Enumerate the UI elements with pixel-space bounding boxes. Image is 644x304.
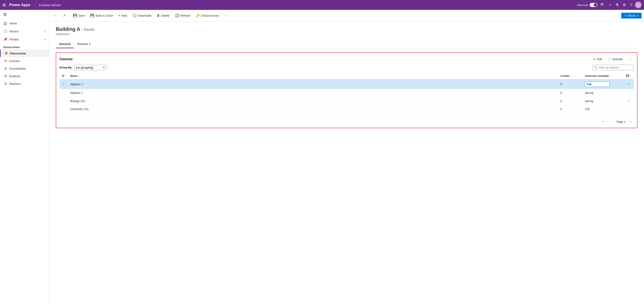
filter-input-wrap: 🔍 [593, 65, 634, 70]
save-close-button[interactable]: 💾 Save & Close [88, 12, 116, 19]
classrooms-icon: ⚙ [5, 51, 8, 55]
tab-related[interactable]: Related ∨ [74, 40, 94, 48]
help-icon[interactable]: ? [630, 3, 632, 7]
open-record-icon: ↗ [63, 14, 66, 18]
col-name[interactable]: Name ↑ ↓ [68, 73, 558, 79]
activate-courses-button[interactable]: 📄 Activate [606, 57, 624, 62]
name-sort-desc-icon[interactable]: ↓ [81, 75, 82, 77]
sidebar-item-courses[interactable]: ⚙ Courses [0, 57, 49, 65]
col-check[interactable]: ☑ [60, 73, 68, 79]
home-icon: 🏠 [3, 21, 8, 25]
back-icon: ← [54, 14, 58, 18]
table-row[interactable]: Biology 101 5 Spring → [60, 97, 634, 105]
new-label: New [122, 14, 127, 17]
check-access-icon: 🔑 [196, 14, 200, 18]
select-all-checkbox[interactable]: ☑ [62, 74, 64, 77]
refresh-icon: 🔄 [175, 14, 179, 18]
table-row[interactable]: Chemistry 101 5 Fall [60, 105, 634, 113]
col-credits[interactable]: Credits ↓ [558, 73, 582, 79]
courses-table-head: ☑ Name ↑ ↓ Credits ↓ [60, 73, 634, 79]
row-nav-biology101[interactable]: → [624, 97, 634, 105]
semester-sort-icon[interactable]: ↓ [610, 75, 612, 77]
sidebar-item-coursewares[interactable]: ⚙ Coursewares [0, 65, 49, 72]
courses-section-title: Courses [60, 57, 592, 61]
more-commands-button[interactable]: ⋯ [223, 13, 230, 19]
teachers-icon: ⚙ [4, 82, 7, 86]
app-name: Power Apps [9, 3, 30, 7]
deactivate-button[interactable]: 🚫 Deactivate [130, 12, 154, 19]
coursewares-label: Coursewares [9, 67, 26, 70]
row-nav-chemistry101 [624, 105, 634, 113]
algebra1-nav-arrow[interactable]: → [627, 82, 630, 86]
delete-button[interactable]: 🗑 Delete [154, 13, 172, 19]
avatar[interactable]: U [635, 2, 642, 8]
courses-section: Courses ✏ Edit 📄 Activate ⋯ [56, 52, 638, 128]
share-icon: ↗ [624, 14, 626, 17]
sidebar-hamburger[interactable]: ☰ [0, 10, 49, 19]
credits-sort-icon[interactable]: ↓ [571, 75, 572, 77]
delete-icon: 🗑 [157, 14, 160, 18]
coursewares-icon: ⚙ [4, 67, 7, 70]
algebra1-checkbox[interactable]: ✓ [62, 83, 65, 86]
settings-icon[interactable]: ⚙ [623, 3, 626, 7]
back-button[interactable]: ← [52, 13, 60, 19]
waffle-icon[interactable]: ⊞ [2, 3, 6, 8]
sidebar-item-students[interactable]: ⚙ Students [0, 72, 49, 80]
save-columns-icon[interactable]: 💾 [626, 74, 629, 77]
row-nav-algebra1[interactable]: → [624, 79, 634, 89]
record-header: Building A - Saved Classroom [56, 26, 638, 36]
filter-icon[interactable]: ⚗ [615, 3, 618, 7]
biology101-nav-arrow[interactable]: → [627, 99, 630, 103]
new-look-toggle[interactable] [590, 3, 598, 7]
courses-more-button[interactable]: ⋯ [627, 56, 634, 62]
sidebar-recent-label: Recent [10, 30, 18, 33]
row-check-algebra2[interactable] [60, 89, 68, 97]
sidebar-pinned-label: Pinned [10, 38, 18, 41]
sidebar-item-teachers[interactable]: ⚙ Teachers [0, 80, 49, 87]
table-row[interactable]: ✓ Algebra 1 * 5 → [60, 79, 634, 89]
pagination-next-button[interactable]: → [627, 119, 634, 124]
record-subtitle: Classroom [56, 33, 638, 36]
table-row[interactable]: Algebra 2 5 Spring [60, 89, 634, 97]
sidebar-item-home[interactable]: 🏠 Home [0, 19, 49, 27]
activate-courses-icon: 📄 [608, 58, 611, 61]
open-button[interactable]: ↗ [60, 12, 68, 19]
col-name-label: Name [70, 74, 77, 77]
filter-keyword-icon: 🔍 [594, 66, 598, 69]
sidebar-item-classrooms[interactable]: ⚙ Classrooms [0, 50, 49, 57]
tab-general[interactable]: General [56, 40, 74, 48]
new-button[interactable]: + New [116, 13, 130, 19]
add-icon[interactable]: + [609, 3, 611, 7]
new-look-label: New look [577, 4, 588, 7]
row-semester-chemistry101: Fall [582, 105, 624, 113]
sidebar-item-recent[interactable]: 🕐 Recent ∨ [0, 27, 49, 35]
courses-table-header-row: ☑ Name ↑ ↓ Credits ↓ [60, 73, 634, 79]
row-semester-algebra1[interactable] [582, 79, 624, 89]
search-icon[interactable]: 🔍 [600, 3, 605, 7]
sidebar: ☰ 🏠 Home 🕐 Recent ∨ 📌 Pinned ∨ School as… [0, 10, 49, 304]
save-button[interactable]: 💾 Save [70, 12, 87, 19]
group-by-select[interactable]: (no grouping) Name Credits Semester avai… [74, 65, 107, 70]
row-check-chemistry101[interactable] [60, 105, 68, 113]
saved-badge: - Saved [82, 28, 94, 32]
col-semester[interactable]: Semester available ↓ [582, 73, 624, 79]
record-title: Building A - Saved [56, 26, 638, 32]
cmd-divider-1 [69, 13, 69, 19]
row-name-chemistry101: Chemistry 101 [68, 105, 558, 113]
check-access-button[interactable]: 🔑 Check Access [193, 12, 222, 19]
sidebar-item-pinned[interactable]: 📌 Pinned ∨ [0, 35, 49, 43]
semester-edit-input[interactable] [585, 82, 610, 87]
row-nav-algebra2 [624, 89, 634, 97]
pagination-prev-button[interactable]: ← [608, 119, 615, 124]
org-name: Contoso School [39, 3, 60, 7]
row-credits-chemistry101: 5 [558, 105, 582, 113]
edit-courses-button[interactable]: ✏ Edit [592, 57, 604, 62]
refresh-button[interactable]: 🔄 Refresh [172, 12, 193, 19]
row-check-biology101[interactable] [60, 97, 68, 105]
filter-keyword-input[interactable] [593, 65, 634, 70]
share-button[interactable]: ↗ Share ∨ [621, 13, 642, 19]
col-credits-label: Credits [560, 74, 570, 77]
row-check-algebra1[interactable]: ✓ [60, 79, 68, 89]
name-sort-asc-icon[interactable]: ↑ [79, 75, 80, 77]
pagination-first-button[interactable]: ⇤ [601, 119, 607, 124]
